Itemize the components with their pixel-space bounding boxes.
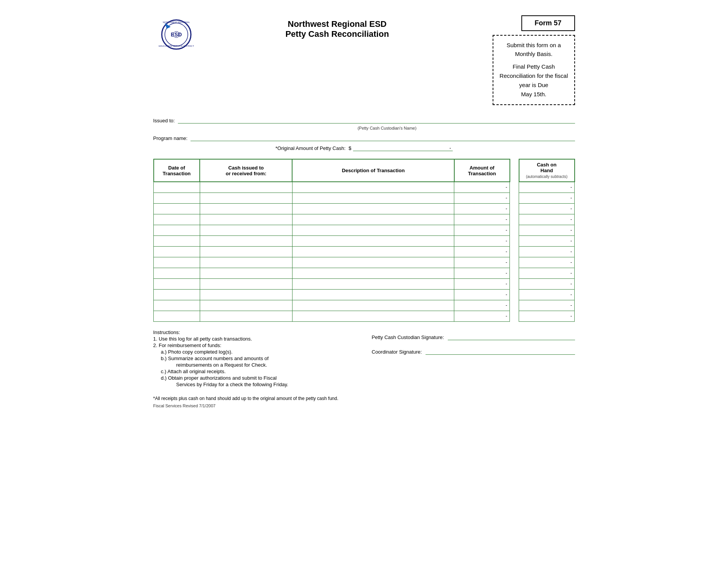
cell-desc-6[interactable] [292, 246, 454, 257]
cell-desc-7[interactable] [292, 257, 454, 268]
header: ESD NORTHWEST REGIONAL EDUCATION SERVICE… [153, 15, 575, 105]
cell-date-6[interactable] [154, 246, 200, 257]
cell-cash-4[interactable]: - [519, 225, 575, 235]
cell-issued-10[interactable] [200, 289, 292, 300]
instr-2d-cont: Services by Friday for a check the follo… [176, 382, 357, 387]
cell-date-4[interactable] [154, 225, 200, 235]
svg-text:ESD: ESD [171, 31, 182, 38]
program-name-underline[interactable] [191, 134, 575, 141]
cell-amount-6[interactable]: - [454, 246, 510, 257]
amount-underline[interactable]: - [353, 144, 453, 151]
instructions-right: Petty Cash Custodian Signature: Coordina… [372, 329, 575, 388]
cell-issued-2[interactable] [200, 203, 292, 214]
cell-date-2[interactable] [154, 203, 200, 214]
custodian-sig-line[interactable] [448, 333, 575, 340]
cell-date-0[interactable] [154, 182, 200, 193]
cell-cash-3[interactable]: - [519, 214, 575, 225]
issued-to-underline[interactable] [178, 117, 575, 123]
cell-date-8[interactable] [154, 268, 200, 278]
custodian-sig-label: Petty Cash Custodian Signature: [372, 334, 444, 340]
cell-issued-7[interactable] [200, 257, 292, 268]
cell-cash-9[interactable]: - [519, 278, 575, 289]
cell-cash-0[interactable]: - [519, 182, 575, 193]
cell-amount-9[interactable]: - [454, 278, 510, 289]
cell-cash-5[interactable]: - [519, 235, 575, 246]
transaction-table: Date ofTransaction Cash issued toor rece… [153, 159, 575, 322]
form-number: Form 57 [534, 19, 561, 27]
cell-date-5[interactable] [154, 235, 200, 246]
cell-issued-0[interactable] [200, 182, 292, 193]
cell-amount-7[interactable]: - [454, 257, 510, 268]
th-auto-subtracts: (automatically subtracts) [526, 174, 567, 179]
cell-gap-2 [510, 203, 519, 214]
table-row: - - [154, 203, 575, 214]
title-line1: Northwest Regional ESD [199, 19, 475, 29]
cell-date-3[interactable] [154, 214, 200, 225]
cell-desc-8[interactable] [292, 268, 454, 278]
instr-2c: c.) Attach all original receipts. [161, 369, 357, 374]
cell-amount-1[interactable]: - [454, 193, 510, 203]
cell-issued-3[interactable] [200, 214, 292, 225]
cell-cash-10[interactable]: - [519, 289, 575, 300]
cell-date-7[interactable] [154, 257, 200, 268]
original-amount-row: *Original Amount of Petty Cash: $ - [153, 144, 575, 151]
cell-issued-4[interactable] [200, 225, 292, 235]
cell-amount-10[interactable]: - [454, 289, 510, 300]
cell-amount-8[interactable]: - [454, 268, 510, 278]
table-row: - - [154, 193, 575, 203]
cell-desc-9[interactable] [292, 278, 454, 289]
th-cash: Cash onHand (automatically subtracts) [519, 159, 575, 182]
issued-to-subtext: (Petty Cash Custodian's Name) [199, 126, 575, 130]
table-row: - - [154, 268, 575, 278]
cell-gap-3 [510, 214, 519, 225]
cell-date-9[interactable] [154, 278, 200, 289]
cell-amount-12[interactable]: - [454, 311, 510, 321]
cell-issued-5[interactable] [200, 235, 292, 246]
table-row: - - [154, 257, 575, 268]
cell-cash-6[interactable]: - [519, 246, 575, 257]
cell-gap-12 [510, 311, 519, 321]
coordinator-sig-row: Coordinator Signature: [372, 348, 575, 355]
cell-cash-2[interactable]: - [519, 203, 575, 214]
cell-date-11[interactable] [154, 300, 200, 311]
cell-amount-0[interactable]: - [454, 182, 510, 193]
custodian-sig-row: Petty Cash Custodian Signature: [372, 333, 575, 340]
cell-desc-1[interactable] [292, 193, 454, 203]
cell-amount-3[interactable]: - [454, 214, 510, 225]
cell-cash-12[interactable]: - [519, 311, 575, 321]
table-row: - - [154, 278, 575, 289]
cell-date-10[interactable] [154, 289, 200, 300]
cell-cash-11[interactable]: - [519, 300, 575, 311]
cell-desc-11[interactable] [292, 300, 454, 311]
cell-date-12[interactable] [154, 311, 200, 321]
cell-desc-12[interactable] [292, 311, 454, 321]
right-panel: Form 57 Submit this form on a Monthly Ba… [475, 15, 575, 105]
cell-issued-1[interactable] [200, 193, 292, 203]
cell-issued-11[interactable] [200, 300, 292, 311]
cell-cash-1[interactable]: - [519, 193, 575, 203]
table-row: - - [154, 246, 575, 257]
cell-desc-10[interactable] [292, 289, 454, 300]
cell-desc-4[interactable] [292, 225, 454, 235]
coordinator-sig-line[interactable] [426, 348, 575, 355]
table-row: - - [154, 225, 575, 235]
page-wrapper: ESD NORTHWEST REGIONAL EDUCATION SERVICE… [153, 15, 575, 408]
cell-cash-8[interactable]: - [519, 268, 575, 278]
cell-issued-12[interactable] [200, 311, 292, 321]
cell-desc-0[interactable] [292, 182, 454, 193]
cell-cash-7[interactable]: - [519, 257, 575, 268]
cell-gap-6 [510, 246, 519, 257]
cell-amount-5[interactable]: - [454, 235, 510, 246]
cell-issued-9[interactable] [200, 278, 292, 289]
cell-issued-8[interactable] [200, 268, 292, 278]
cell-desc-2[interactable] [292, 203, 454, 214]
cell-desc-3[interactable] [292, 214, 454, 225]
cell-issued-6[interactable] [200, 246, 292, 257]
program-name-row: Program name: [153, 134, 575, 141]
program-name-label: Program name: [153, 135, 188, 141]
cell-desc-5[interactable] [292, 235, 454, 246]
cell-amount-2[interactable]: - [454, 203, 510, 214]
cell-amount-11[interactable]: - [454, 300, 510, 311]
cell-amount-4[interactable]: - [454, 225, 510, 235]
cell-date-1[interactable] [154, 193, 200, 203]
